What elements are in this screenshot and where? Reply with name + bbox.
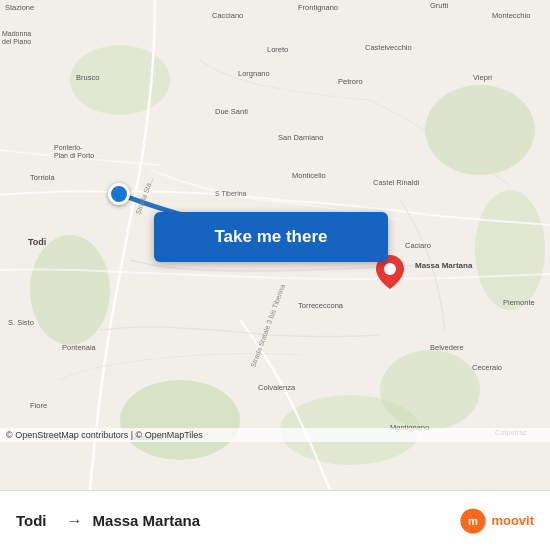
svg-text:Todi: Todi	[28, 237, 46, 247]
svg-text:Caciaro: Caciaro	[405, 241, 431, 250]
moovit-text: moovit	[491, 513, 534, 528]
svg-text:Pontenaia: Pontenaia	[62, 343, 97, 352]
svg-text:Stazione: Stazione	[5, 3, 34, 12]
svg-text:Viepri: Viepri	[473, 73, 492, 82]
svg-text:Ponterlo-: Ponterlo-	[54, 144, 83, 151]
svg-text:Due Santi: Due Santi	[215, 107, 248, 116]
svg-point-3	[30, 235, 110, 345]
svg-point-1	[120, 380, 240, 460]
svg-point-46	[384, 263, 396, 275]
svg-text:Belvedere: Belvedere	[430, 343, 464, 352]
attribution-text: © OpenStreetMap contributors | © OpenMap…	[6, 430, 203, 440]
svg-text:Massa Martana: Massa Martana	[415, 261, 473, 270]
bottom-bar: Todi → Massa Martana m moovit	[0, 490, 550, 550]
svg-point-2	[425, 85, 535, 175]
attribution-bar: © OpenStreetMap contributors | © OpenMap…	[0, 428, 550, 442]
svg-point-5	[475, 190, 545, 310]
destination-label: Massa Martana	[93, 512, 201, 529]
svg-text:Monticello: Monticello	[292, 171, 326, 180]
svg-text:San Damiano: San Damiano	[278, 133, 323, 142]
svg-text:Castel Rinaldi: Castel Rinaldi	[373, 178, 420, 187]
take-me-there-button[interactable]: Take me there	[154, 212, 388, 262]
svg-text:Montecchio: Montecchio	[492, 11, 530, 20]
svg-text:Petroro: Petroro	[338, 77, 363, 86]
svg-text:Torriola: Torriola	[30, 173, 55, 182]
moovit-logo-icon: m	[459, 507, 487, 535]
svg-text:Plan di Porto: Plan di Porto	[54, 152, 94, 159]
svg-text:Colvalenza: Colvalenza	[258, 383, 296, 392]
svg-text:m: m	[468, 515, 478, 527]
svg-text:Castelvecchio: Castelvecchio	[365, 43, 412, 52]
svg-text:Frontignano: Frontignano	[298, 3, 338, 12]
svg-text:S Tiberina: S Tiberina	[215, 190, 247, 197]
svg-text:Lorgnano: Lorgnano	[238, 69, 270, 78]
svg-point-6	[380, 350, 480, 430]
map-container: Strada Sta... Strada Statale 3 bis Tiber…	[0, 0, 550, 490]
svg-text:Torrececcona: Torrececcona	[298, 301, 344, 310]
svg-text:del Piano: del Piano	[2, 38, 31, 45]
svg-text:Brusco: Brusco	[76, 73, 99, 82]
moovit-logo: m moovit	[459, 507, 534, 535]
svg-text:Grutti: Grutti	[430, 1, 449, 10]
direction-arrow-icon: →	[67, 512, 83, 530]
origin-label: Todi	[16, 512, 47, 529]
svg-text:Madonna: Madonna	[2, 30, 31, 37]
button-label: Take me there	[214, 227, 327, 247]
svg-text:Ceceraio: Ceceraio	[472, 363, 502, 372]
svg-text:Piemonte: Piemonte	[503, 298, 535, 307]
svg-text:Cacciano: Cacciano	[212, 11, 243, 20]
start-location-dot	[108, 183, 130, 205]
svg-text:Fiore: Fiore	[30, 401, 47, 410]
svg-text:Loreto: Loreto	[267, 45, 288, 54]
svg-text:S. Sisto: S. Sisto	[8, 318, 34, 327]
